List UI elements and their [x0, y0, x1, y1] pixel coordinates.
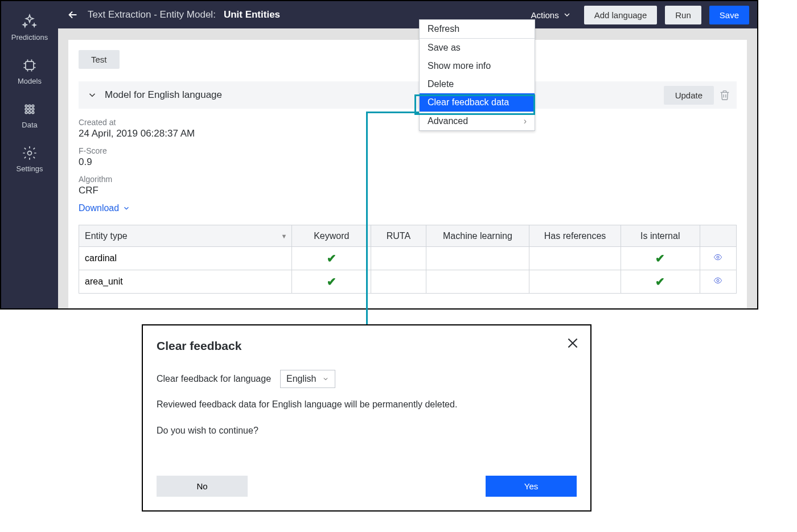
svg-point-3 [32, 105, 34, 107]
svg-point-12 [717, 279, 719, 282]
created-at-label: Created at [79, 118, 737, 127]
eye-icon [712, 253, 724, 262]
sidebar-item-label: Data [22, 121, 37, 129]
svg-point-6 [32, 108, 34, 110]
menu-delete[interactable]: Delete [420, 75, 535, 93]
cell-ruta [371, 270, 426, 294]
table-row: cardinal ✔ ✔ [79, 247, 737, 270]
check-icon: ✔ [327, 275, 336, 288]
actions-menu: Refresh Save as Show more info Delete Cl… [419, 19, 535, 131]
close-icon [565, 336, 580, 350]
menu-advanced-label: Advanced [428, 116, 468, 126]
fscore-value: 0.9 [79, 156, 737, 168]
chevron-right-icon: › [524, 116, 527, 126]
col-ml[interactable]: Machine learning [426, 225, 529, 247]
topbar: Text Extraction - Entity Model: Unit Ent… [58, 1, 757, 28]
dialog-no-button[interactable]: No [157, 476, 248, 497]
model-metadata: Created at 24 April, 2019 06:28:37 AM F-… [79, 109, 737, 225]
gear-icon [22, 145, 38, 161]
save-button[interactable]: Save [709, 6, 749, 24]
collapse-toggle[interactable] [84, 87, 100, 103]
dialog-lang-label: Clear feedback for language [157, 374, 271, 384]
back-button[interactable] [66, 8, 80, 22]
menu-clear-feedback[interactable]: Clear feedback data [420, 93, 535, 112]
menu-refresh[interactable]: Refresh [420, 20, 535, 38]
cell-view[interactable] [700, 270, 736, 294]
chevron-down-icon [122, 204, 130, 212]
download-link[interactable]: Download [79, 203, 130, 213]
svg-point-4 [25, 108, 27, 110]
svg-point-1 [25, 105, 27, 107]
update-button[interactable]: Update [664, 86, 714, 105]
sidebar-item-settings[interactable]: Settings [1, 137, 58, 181]
breadcrumb: Text Extraction - Entity Model: [88, 9, 216, 20]
cell-entity-type: cardinal [79, 247, 292, 270]
sparkle-icon [22, 14, 38, 30]
grid-icon [22, 101, 38, 117]
sidebar-item-models[interactable]: Models [1, 50, 58, 93]
cell-keyword: ✔ [292, 270, 371, 294]
chevron-down-icon [87, 90, 97, 100]
col-keyword[interactable]: Keyword [292, 225, 371, 247]
dialog-confirm: Do you wish to continue? [157, 426, 577, 436]
menu-save-as[interactable]: Save as [420, 39, 535, 57]
trash-icon [718, 89, 731, 101]
chevron-down-icon [322, 376, 329, 382]
check-icon: ✔ [655, 252, 665, 265]
chip-icon [22, 57, 38, 73]
main-panel: Test Model for English language Update C… [68, 40, 747, 308]
fscore-label: F-Score [79, 146, 737, 155]
download-label: Download [79, 203, 119, 213]
table-row: area_unit ✔ ✔ [79, 270, 737, 294]
dialog-yes-button[interactable]: Yes [486, 476, 577, 497]
svg-point-5 [28, 108, 31, 110]
chevron-down-icon [562, 10, 572, 19]
check-icon: ✔ [655, 275, 665, 288]
sort-icon: ▼ [281, 233, 287, 240]
language-select[interactable]: English [280, 370, 335, 388]
model-section-title: Model for English language [105, 89, 222, 101]
check-icon: ✔ [327, 252, 336, 265]
cell-keyword: ✔ [292, 247, 371, 270]
sidebar: Predictions Models Data Settings [1, 1, 58, 308]
col-entity-type[interactable]: Entity type▼ [79, 225, 292, 247]
menu-show-more[interactable]: Show more info [420, 57, 535, 75]
cell-hasrefs [529, 270, 621, 294]
actions-label: Actions [531, 10, 558, 20]
col-hasrefs[interactable]: Has references [529, 225, 621, 247]
dialog-warning: Reviewed feedback data for English langu… [157, 399, 577, 410]
page-title: Unit Entities [224, 9, 280, 20]
sidebar-item-label: Settings [17, 164, 43, 173]
cell-hasrefs [529, 247, 621, 270]
add-language-button[interactable]: Add language [584, 6, 658, 24]
sidebar-item-label: Models [18, 77, 42, 85]
model-section-header: Model for English language Update [79, 81, 737, 109]
svg-point-11 [717, 256, 719, 258]
cell-ml [426, 247, 529, 270]
svg-point-7 [25, 112, 27, 114]
svg-point-9 [32, 112, 34, 114]
test-button[interactable]: Test [79, 50, 120, 69]
col-internal[interactable]: Is internal [621, 225, 700, 247]
cell-view[interactable] [700, 247, 736, 270]
algorithm-label: Algorithm [79, 175, 737, 184]
entity-table: Entity type▼ Keyword RUTA Machine learni… [79, 225, 737, 294]
delete-model-button[interactable] [718, 89, 731, 101]
svg-rect-0 [26, 61, 34, 69]
cell-ruta [371, 247, 426, 270]
cell-entity-type: area_unit [79, 270, 292, 294]
dialog-close-button[interactable] [565, 336, 580, 350]
algorithm-value: CRF [79, 185, 737, 196]
arrow-left-icon [67, 9, 79, 21]
cell-internal: ✔ [621, 247, 700, 270]
eye-icon [712, 276, 724, 285]
col-ruta[interactable]: RUTA [371, 225, 426, 247]
sidebar-item-predictions[interactable]: Predictions [1, 6, 58, 50]
svg-point-10 [28, 151, 32, 155]
run-button[interactable]: Run [665, 6, 701, 24]
menu-advanced[interactable]: Advanced › [420, 112, 535, 130]
svg-point-8 [28, 112, 31, 114]
col-actions [700, 225, 736, 247]
created-at-value: 24 April, 2019 06:28:37 AM [79, 128, 737, 139]
sidebar-item-data[interactable]: Data [1, 93, 58, 137]
